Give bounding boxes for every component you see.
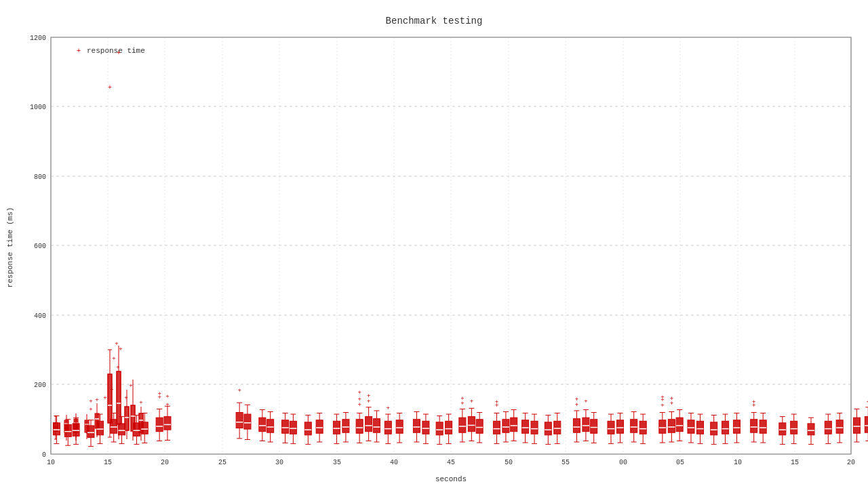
bp-45-box (631, 420, 637, 432)
bp-21-box (356, 420, 363, 434)
outlier-t15-mid: + (112, 356, 115, 363)
bp-48-outlier-1: + (670, 396, 673, 403)
bp-3-outlier-1: + (89, 399, 92, 405)
bp-5-box (111, 420, 117, 434)
y-tick-400: 400 (34, 312, 46, 320)
bp-46-box (639, 421, 646, 434)
bp-44-box (616, 420, 623, 433)
outlier-t17: + (139, 400, 142, 407)
bp-19-box (333, 421, 340, 434)
bp-42-box (591, 420, 597, 434)
outlier-t16b: + (129, 383, 132, 390)
outlier-t15-low: + (110, 387, 113, 394)
bp-6-box (119, 424, 125, 435)
x-tick-55: 55 (561, 459, 570, 466)
bp-20-box (342, 420, 349, 432)
x-tick-50: 50 (505, 459, 513, 466)
bp-22-box (366, 417, 372, 432)
chart-container: Benchmark testing response time (ms) sec… (0, 0, 868, 488)
x-tick-10b: 10 (734, 459, 742, 466)
chart-title: Benchmark testing (386, 16, 483, 26)
bp-30-box (459, 418, 466, 432)
x-tick-10: 10 (47, 459, 55, 466)
bp-10-box (164, 417, 171, 430)
bp-24-outlier-0: + (387, 405, 390, 412)
bp-14-box (267, 420, 274, 432)
bp-35-box (511, 418, 517, 432)
bp-53-box (722, 421, 729, 434)
bp-23-box (373, 419, 380, 433)
bp-3-outlier-0: + (89, 407, 92, 413)
outlier-1150: + (117, 49, 121, 57)
bp-11-box (236, 413, 243, 428)
bp-32-box (476, 420, 483, 434)
y-tick-800: 800 (34, 174, 46, 181)
x-tick-15b: 15 (791, 459, 799, 466)
bp-59-box (808, 424, 814, 435)
bp-58-box (791, 421, 797, 434)
bp-57-box (779, 423, 786, 435)
bp-33-outlier-1: + (495, 399, 498, 406)
bp-28-box (436, 422, 443, 435)
bp-0-box (53, 423, 60, 435)
bp-47-box (659, 420, 666, 433)
y-tick-1000: 1000 (30, 104, 46, 111)
x-tick-15: 15 (104, 459, 112, 466)
bp-24-box (384, 421, 391, 434)
bp-55-box (751, 420, 757, 432)
y-tick-1200: 1200 (30, 35, 46, 42)
bp-22-outlier-1: + (367, 393, 370, 400)
x-tick-20: 20 (161, 459, 169, 466)
bp-55-outlier-1: + (752, 399, 755, 406)
bp-27-box (422, 421, 429, 434)
bp-51-box (696, 421, 703, 434)
bp-16-box (290, 421, 296, 434)
y-axis-label: response time (ms) (6, 207, 14, 288)
legend-marker: + (77, 47, 81, 55)
bp-18-box (316, 420, 323, 433)
bp-17-box (304, 422, 311, 435)
bp-62-box (853, 418, 860, 433)
bp-43-box (608, 421, 614, 434)
bp-37-box (531, 421, 538, 434)
bp-9-box (156, 418, 163, 432)
x-tick-35: 35 (333, 459, 341, 466)
bp-34-box (502, 420, 509, 432)
bp-40-box (573, 419, 580, 433)
x-axis-label: seconds (435, 475, 467, 483)
bp-t15-box (108, 374, 112, 423)
bp-39-box (554, 421, 561, 434)
bp-31-outlier-0: + (470, 399, 473, 405)
bp-12-box (244, 414, 251, 429)
x-tick-20b: 20 (847, 459, 855, 466)
x-tick-40: 40 (390, 459, 398, 466)
x-tick-25: 25 (218, 459, 226, 466)
y-tick-0: 0 (42, 451, 46, 459)
outlier-t15-mid2: + (116, 365, 119, 371)
y-tick-200: 200 (34, 382, 46, 389)
x-tick-30: 30 (275, 459, 283, 466)
bp-33-box (493, 421, 500, 434)
bp-21-outlier-1: + (357, 396, 361, 403)
bp-60-box (825, 421, 831, 434)
outlier-1: + (95, 397, 98, 404)
bp-30-outlier-1: + (460, 396, 464, 403)
bp-4-box (96, 421, 103, 435)
y-tick-600: 600 (34, 243, 46, 250)
bp-15-box (282, 420, 289, 433)
outlier-1050: + (108, 84, 112, 92)
x-tick-00: 00 (619, 459, 627, 466)
bp-26-box (413, 420, 420, 432)
bp-38-box (545, 422, 551, 435)
bp-36-box (522, 420, 529, 433)
bp-40-outlier-1: + (575, 396, 578, 403)
bp-21-outlier-2: + (357, 390, 361, 396)
bp-10-outlier-1: + (165, 394, 169, 401)
bp-2-box (73, 424, 79, 436)
bp-41-outlier-0: + (584, 399, 587, 405)
bp-8-box (141, 422, 148, 434)
bp-48-box (668, 420, 675, 432)
bp-29-box (446, 421, 452, 434)
bp-52-box (711, 422, 717, 435)
x-tick-45: 45 (447, 459, 455, 466)
